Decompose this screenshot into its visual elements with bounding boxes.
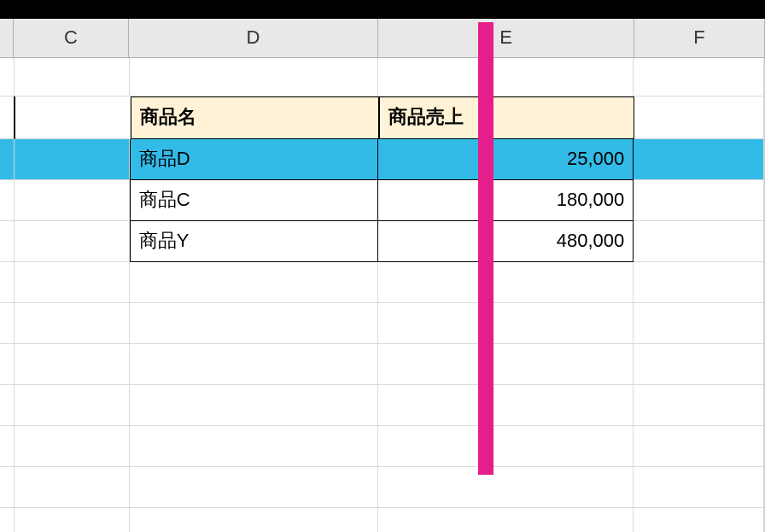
grid-cell[interactable] <box>634 303 764 344</box>
grid-cell[interactable] <box>0 262 15 303</box>
grid-cell[interactable] <box>0 426 15 467</box>
grid-cell[interactable] <box>15 508 130 532</box>
grid-cell[interactable] <box>15 139 130 180</box>
grid-cell[interactable] <box>634 508 764 532</box>
grid-row <box>0 508 764 532</box>
grid-cell[interactable] <box>0 139 15 180</box>
grid-cell[interactable] <box>15 467 130 508</box>
spreadsheet-grid: C D E F 商品名 商品売上 商品D 25,000 <box>0 19 765 532</box>
grid-cell[interactable] <box>0 508 15 532</box>
grid-cell[interactable] <box>634 262 764 303</box>
grid-cell[interactable] <box>0 385 15 426</box>
grid-cell[interactable] <box>634 221 764 262</box>
grid-cell[interactable] <box>130 344 378 385</box>
grid-cell[interactable] <box>634 96 765 139</box>
grid-row <box>0 58 764 96</box>
grid-cell[interactable] <box>130 385 378 426</box>
column-header-f[interactable]: F <box>634 19 765 57</box>
grid-row <box>0 344 764 385</box>
grid-cell[interactable] <box>378 426 634 467</box>
sheet-cells: 商品名 商品売上 商品D 25,000 商品C 180,000 商品Y 480,… <box>0 58 765 532</box>
grid-cell[interactable] <box>0 344 15 385</box>
column-headers-row: C D E F <box>0 19 765 58</box>
grid-cell[interactable] <box>130 426 378 467</box>
grid-cell[interactable] <box>15 180 130 221</box>
table-cell-name[interactable]: 商品D <box>130 139 378 180</box>
grid-cell[interactable] <box>130 508 378 532</box>
grid-cell[interactable] <box>15 426 130 467</box>
table-cell-name[interactable]: 商品Y <box>130 221 378 262</box>
grid-cell[interactable] <box>378 385 634 426</box>
grid-cell[interactable] <box>378 303 634 344</box>
grid-cell[interactable] <box>378 344 634 385</box>
column-header-b[interactable] <box>0 19 14 57</box>
grid-cell[interactable] <box>15 58 130 96</box>
grid-cell[interactable] <box>0 58 15 96</box>
table-header-sales[interactable]: 商品売上 <box>379 96 634 139</box>
table-cell-sales[interactable]: 25,000 <box>378 139 634 180</box>
grid-cell[interactable] <box>0 303 15 344</box>
grid-cell[interactable] <box>634 139 764 180</box>
grid-cell[interactable] <box>0 221 15 262</box>
grid-cell[interactable] <box>15 221 130 262</box>
grid-cell[interactable] <box>15 262 130 303</box>
grid-cell[interactable] <box>130 262 378 303</box>
grid-cell[interactable] <box>378 262 634 303</box>
column-header-d[interactable]: D <box>129 19 378 57</box>
table-cell-sales[interactable]: 180,000 <box>378 180 634 221</box>
grid-cell[interactable] <box>378 58 634 96</box>
grid-cell[interactable] <box>15 303 130 344</box>
grid-cell[interactable] <box>378 508 634 532</box>
table-row: 商品C 180,000 <box>0 180 764 221</box>
grid-cell[interactable] <box>15 344 130 385</box>
grid-row <box>0 385 764 426</box>
grid-cell[interactable] <box>15 385 130 426</box>
table-header-name[interactable]: 商品名 <box>131 96 379 139</box>
table-cell-name[interactable]: 商品C <box>130 180 378 221</box>
grid-cell[interactable] <box>130 303 378 344</box>
grid-cell[interactable] <box>15 96 131 139</box>
annotation-vertical-stripe <box>478 22 493 475</box>
grid-row <box>0 303 764 344</box>
grid-cell[interactable] <box>634 344 764 385</box>
column-header-e[interactable]: E <box>378 19 634 57</box>
grid-row <box>0 262 764 303</box>
grid-cell[interactable] <box>0 467 15 508</box>
grid-cell[interactable] <box>634 180 764 221</box>
grid-cell[interactable] <box>634 385 764 426</box>
grid-cell[interactable] <box>634 426 764 467</box>
grid-cell[interactable] <box>634 467 764 508</box>
grid-cell[interactable] <box>130 467 378 508</box>
grid-cell[interactable] <box>0 96 15 139</box>
top-strip <box>0 0 765 19</box>
table-row: 商品Y 480,000 <box>0 221 764 262</box>
grid-cell[interactable] <box>378 467 634 508</box>
grid-cell[interactable] <box>0 180 15 221</box>
column-header-c[interactable]: C <box>14 19 129 57</box>
grid-cell[interactable] <box>634 58 764 96</box>
grid-row <box>0 426 764 467</box>
grid-row <box>0 467 764 508</box>
grid-row: 商品名 商品売上 <box>0 96 764 139</box>
table-row: 商品D 25,000 <box>0 139 764 180</box>
grid-cell[interactable] <box>130 58 378 96</box>
table-cell-sales[interactable]: 480,000 <box>378 221 634 262</box>
